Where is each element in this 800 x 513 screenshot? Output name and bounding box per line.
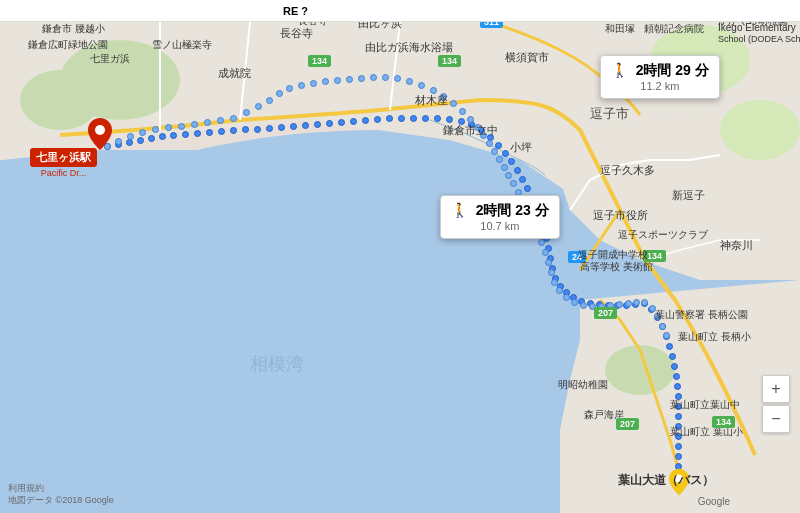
route1-info-box[interactable]: 🚶 2時間 23 分 10.7 km (440, 195, 560, 239)
place-yukimura: 雪ノ山極楽寺 (152, 38, 212, 52)
place-haseyama: 長谷寺 (280, 26, 313, 41)
place-kamakura-mid: 鎌倉市立中 (443, 123, 498, 138)
terms-label: 利用規約 (8, 482, 44, 495)
place-zushi: 逗子市 (590, 105, 629, 123)
place-zushi-sports: 逗子スポーツクラブ (618, 228, 708, 242)
place-zushi-school: 高等学校 美術館 (580, 260, 653, 274)
map-container: RE ? 相模湾 (0, 0, 800, 513)
map-data-label: 地図データ ©2018 Google (8, 494, 114, 507)
end-stop-label: 葉山大道（バス） (618, 472, 714, 489)
place-kamakura-pref: 鎌倉広町緑地公園 (28, 38, 108, 52)
walk-icon-1: 🚶 (451, 202, 468, 218)
place-yokosuka: 横須賀市 (505, 50, 549, 65)
place-wado: 和田塚 (605, 22, 635, 36)
map-controls: + − (762, 375, 790, 433)
place-kamakura-shichiri: 七里ガ浜 (90, 52, 130, 66)
place-yuigahama-beach: 由比ガ浜海水浴場 (365, 40, 453, 55)
place-kamakura-hiroshi: 鎌倉市 腰越小 (42, 22, 105, 36)
place-dodea: School (DODEA School) (718, 34, 800, 44)
place-zushi-hisagi: 逗子久木多 (600, 163, 655, 178)
place-zushi-city: 逗子市役所 (593, 208, 648, 223)
place-kotsubo: 小坪 (510, 140, 532, 155)
place-ikego: Ikego Elementary (718, 22, 796, 33)
route1-distance: 10.7 km (451, 220, 549, 232)
place-jojuin: 成就院 (218, 66, 251, 81)
zoom-out-button[interactable]: − (762, 405, 790, 433)
route2-distance: 11.2 km (611, 80, 709, 92)
road-134-4: 134 (712, 416, 735, 428)
place-zaimokuza: 材木座 (415, 93, 448, 108)
place-yorii: 頼朝記念病院 (644, 22, 704, 36)
road-207-2: 207 (616, 418, 639, 430)
place-hayama-police: 葉山警察署 長柄公園 (655, 308, 748, 322)
road-207-1: 207 (594, 307, 617, 319)
road-134-1: 134 (308, 55, 331, 67)
top-bar: RE ? (0, 0, 800, 22)
place-hayama-nagae: 葉山町立 長柄小 (678, 330, 751, 344)
place-meisho: 明昭幼稚園 (558, 378, 608, 392)
zoom-in-button[interactable]: + (762, 375, 790, 403)
route2-info-box[interactable]: 🚶 2時間 29 分 11.2 km (600, 55, 720, 99)
top-bar-text: RE ? (283, 5, 308, 17)
route2-time: 2時間 29 分 (636, 62, 709, 78)
place-hayama-mid: 葉山町立葉山中 (670, 398, 740, 412)
place-kanagawa: 神奈川 (720, 238, 753, 253)
google-maps-label: Google (698, 496, 730, 507)
start-station-label: 七里ヶ浜駅 Pacific Dr... (30, 148, 97, 178)
road-134-2: 134 (438, 55, 461, 67)
route1-time: 2時間 23 分 (476, 202, 549, 218)
place-shin-zushi: 新逗子 (672, 188, 705, 203)
svg-point-13 (95, 125, 105, 135)
walk-icon-2: 🚶 (611, 62, 628, 78)
